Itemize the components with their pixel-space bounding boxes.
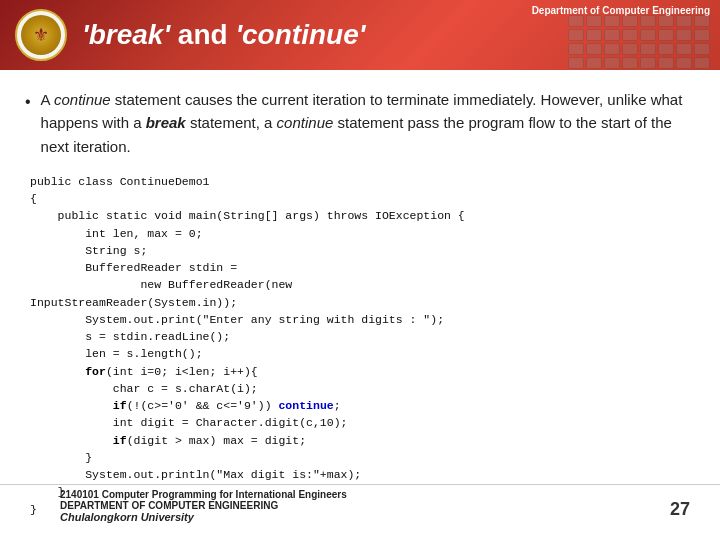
bullet-section: • A continue statement causes the curren… — [25, 88, 695, 158]
code-line-2: { — [30, 190, 695, 207]
slide-title: 'break' and 'continue' — [82, 19, 365, 51]
university-logo: ⚜ — [15, 9, 67, 61]
slide-header: ⚜ 'break' and 'continue' Department of C… — [0, 0, 720, 70]
title-continue: 'continue' — [235, 19, 365, 50]
code-line-7: new BufferedReader(new — [30, 276, 695, 293]
code-line-4: int len, max = 0; — [30, 225, 695, 242]
footer-page-number: 27 — [670, 499, 690, 520]
separator-line — [0, 484, 720, 485]
code-line-12: for(int i=0; i<len; i++){ — [30, 363, 695, 380]
code-line-5: String s; — [30, 242, 695, 259]
code-line-9: System.out.print("Enter any string with … — [30, 311, 695, 328]
break-word: break — [146, 114, 186, 131]
title-break: 'break' — [82, 19, 170, 50]
footer-dept: DEPARTMENT OF COMPUTER ENGINEERING — [60, 500, 347, 511]
intro-text: A — [41, 91, 54, 108]
bullet-paragraph: A continue statement causes the current … — [41, 88, 695, 158]
keyboard-decoration — [568, 15, 710, 69]
code-line-17: } — [30, 449, 695, 466]
footer-left: 2140101 Computer Programming for Interna… — [60, 489, 347, 523]
code-block: public class ContinueDemo1 { public stat… — [30, 173, 695, 518]
slide-content: • A continue statement causes the curren… — [0, 70, 720, 528]
code-line-8: InputStreamReader(System.in)); — [30, 294, 695, 311]
code-line-13: char c = s.charAt(i); — [30, 380, 695, 397]
continue-word-1: continue — [54, 91, 111, 108]
code-line-6: BufferedReader stdin = — [30, 259, 695, 276]
title-and: and — [170, 19, 235, 50]
code-line-10: s = stdin.readLine(); — [30, 328, 695, 345]
text-part-2: statement, a — [186, 114, 277, 131]
bullet-icon: • — [25, 90, 31, 115]
footer-university: Chulalongkorn University — [60, 511, 347, 523]
code-line-15: int digit = Character.digit(c,10); — [30, 414, 695, 431]
code-line-16: if(digit > max) max = digit; — [30, 432, 695, 449]
code-line-18: System.out.println("Max digit is:"+max); — [30, 466, 695, 483]
code-line-14: if(!(c>='0' && c<='9')) continue; — [30, 397, 695, 414]
bullet-text: • A continue statement causes the curren… — [25, 88, 695, 158]
code-line-11: len = s.length(); — [30, 345, 695, 362]
continue-word-2: continue — [277, 114, 334, 131]
logo-emblem: ⚜ — [21, 15, 61, 55]
code-line-1: public class ContinueDemo1 — [30, 173, 695, 190]
code-line-3: public static void main(String[] args) t… — [30, 207, 695, 224]
footer-course: 2140101 Computer Programming for Interna… — [60, 489, 347, 500]
